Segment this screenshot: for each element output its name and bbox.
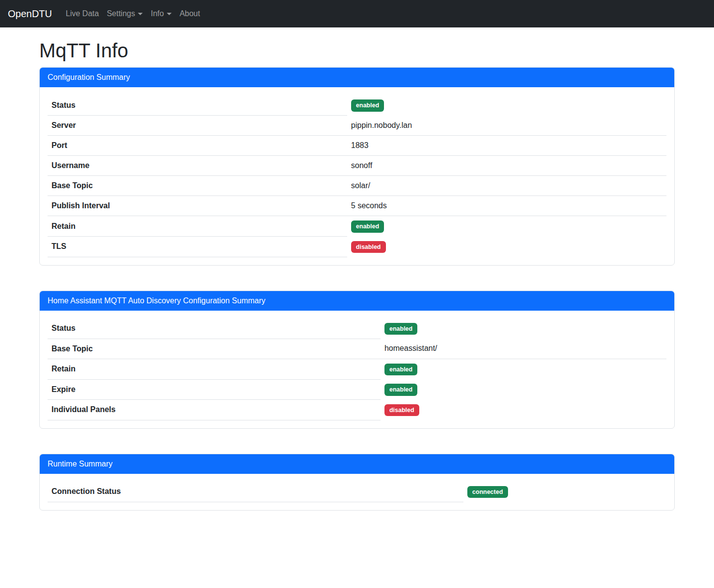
nav-link-info[interactable]: Info [147, 4, 176, 24]
row-label: Status [48, 318, 381, 339]
row-value: enabled [381, 379, 666, 400]
nav-link-settings[interactable]: Settings [103, 4, 147, 24]
card-header-home-assistant-mqtt-auto-discovery-configuration-summary: Home Assistant MQTT Auto Discovery Confi… [40, 291, 674, 311]
row-value: enabled [347, 216, 666, 237]
nav-link-about[interactable]: About [176, 4, 204, 24]
row-value: 1883 [347, 136, 666, 156]
row-value: pippin.nobody.lan [347, 116, 666, 136]
main-content: Configuration SummaryStatusenabledServer… [39, 67, 675, 511]
chevron-down-icon [138, 13, 143, 15]
table-row-individual-panels: Individual Panelsdisabled [48, 400, 666, 420]
table-row-retain: Retainenabled [48, 359, 666, 379]
chevron-down-icon [167, 13, 172, 15]
row-label: Base Topic [48, 176, 347, 196]
card-home-assistant-mqtt-auto-discovery-configuration-summary: Home Assistant MQTT Auto Discovery Confi… [39, 291, 675, 429]
table-row-username: Usernamesonoff [48, 156, 666, 176]
row-value: enabled [347, 95, 666, 116]
row-label: Server [48, 116, 347, 136]
row-label: Username [48, 156, 347, 176]
row-label: Base Topic [48, 339, 381, 359]
table-row-status: Statusenabled [48, 95, 666, 116]
table-row-publish-interval: Publish Interval5 seconds [48, 196, 666, 216]
nav-item-settings: Settings [103, 4, 147, 24]
row-value: 5 seconds [347, 196, 666, 216]
row-value: solar/ [347, 176, 666, 196]
row-label: TLS [48, 237, 347, 257]
row-label: Retain [48, 216, 347, 237]
row-value: enabled [381, 359, 666, 379]
status-badge: enabled [384, 364, 417, 376]
card-configuration-summary: Configuration SummaryStatusenabledServer… [39, 67, 675, 266]
card-header-configuration-summary: Configuration Summary [40, 68, 674, 87]
table-row-status: Statusenabled [48, 318, 666, 339]
card-header-runtime-summary: Runtime Summary [40, 454, 674, 474]
nav-item-live-data: Live Data [62, 4, 103, 24]
row-value: sonoff [347, 156, 666, 176]
table-row-expire: Expireenabled [48, 379, 666, 400]
nav-item-info: Info [147, 4, 176, 24]
top-navbar: OpenDTU Live DataSettingsInfoAbout [0, 0, 714, 27]
status-badge: enabled [351, 99, 384, 112]
status-badge: connected [467, 486, 508, 498]
table-row-base-topic: Base Topicsolar/ [48, 176, 666, 196]
row-label: Connection Status [48, 482, 463, 502]
row-label: Individual Panels [48, 400, 381, 420]
table-row-server: Serverpippin.nobody.lan [48, 116, 666, 136]
row-label: Port [48, 136, 347, 156]
navbar-nav: Live DataSettingsInfoAbout [62, 4, 204, 24]
row-value: connected [463, 482, 666, 502]
status-badge: enabled [384, 323, 417, 335]
table-row-retain: Retainenabled [48, 216, 666, 237]
table-row-connection-status: Connection Statusconnected [48, 482, 666, 502]
table-row-base-topic: Base Topichomeassistant/ [48, 339, 666, 359]
nav-link-live-data[interactable]: Live Data [62, 4, 103, 24]
status-badge: disabled [351, 241, 386, 253]
table-row-tls: TLSdisabled [48, 237, 666, 257]
nav-item-about: About [176, 4, 204, 24]
status-badge: disabled [384, 404, 419, 416]
status-badge: enabled [351, 220, 384, 233]
row-value: disabled [381, 400, 666, 420]
row-value: enabled [381, 318, 666, 339]
row-label: Status [48, 95, 347, 116]
main-container: MqTT Info Configuration SummaryStatusena… [33, 27, 681, 534]
summary-table: Connection Statusconnected [48, 482, 666, 502]
table-row-port: Port1883 [48, 136, 666, 156]
row-label: Expire [48, 379, 381, 400]
row-label: Publish Interval [48, 196, 347, 216]
summary-table: StatusenabledBase Topichomeassistant/Ret… [48, 318, 666, 420]
row-label: Retain [48, 359, 381, 379]
summary-table: StatusenabledServerpippin.nobody.lanPort… [48, 95, 666, 257]
card-body: StatusenabledServerpippin.nobody.lanPort… [40, 87, 674, 265]
navbar-brand[interactable]: OpenDTU [8, 6, 52, 21]
card-runtime-summary: Runtime SummaryConnection Statusconnecte… [39, 454, 675, 511]
card-body: Connection Statusconnected [40, 474, 674, 510]
page-title: MqTT Info [39, 39, 675, 62]
card-body: StatusenabledBase Topichomeassistant/Ret… [40, 311, 674, 428]
row-value: homeassistant/ [381, 339, 666, 359]
status-badge: enabled [384, 384, 417, 396]
row-value: disabled [347, 237, 666, 257]
